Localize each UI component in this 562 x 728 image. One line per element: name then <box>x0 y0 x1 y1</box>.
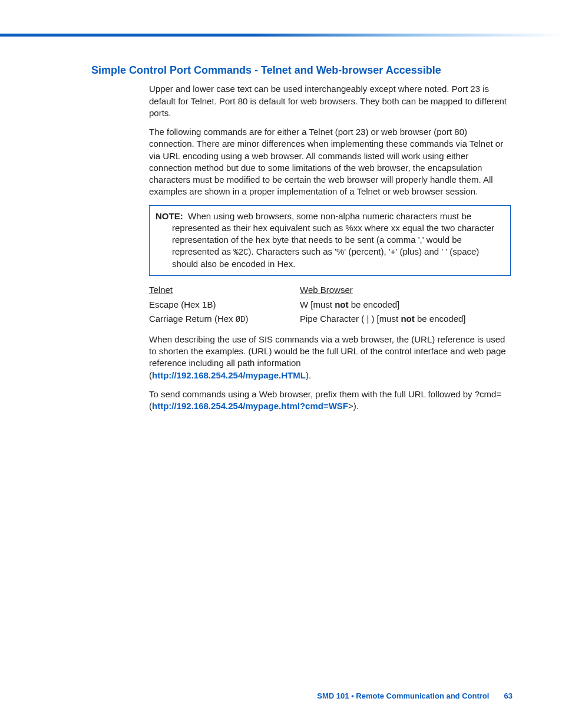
paragraph-4: To send commands using a Web browser, pr… <box>149 388 511 413</box>
footer-text: SMD 101 • Remote Communication and Contr… <box>317 691 489 700</box>
web-row-1a: W [must <box>300 299 335 309</box>
web-heading: Web Browser <box>300 284 510 296</box>
url1-link[interactable]: http://192.168.254.254/mypage.HTML <box>152 370 306 380</box>
page-footer: SMD 101 • Remote Communication and Contr… <box>0 691 513 701</box>
note-box: NOTE: When using web browsers, some non-… <box>149 205 511 276</box>
section-heading: Simple Control Port Commands - Telnet an… <box>91 64 511 77</box>
url2-link[interactable]: http://192.168.254.254/mypage.html?cmd=W… <box>152 401 348 411</box>
note-body: represented as their hex equivalent such… <box>156 222 504 271</box>
body-column: Upper and lower case text can be used in… <box>149 83 511 412</box>
two-column-block: Telnet Escape (Hex 1B) Carriage Return (… <box>149 284 510 328</box>
telnet-row-1: Escape (Hex 1B) <box>149 299 300 311</box>
note-code: %2C <box>233 248 248 257</box>
column-telnet: Telnet Escape (Hex 1B) Carriage Return (… <box>149 284 300 328</box>
url-line-1: (http://192.168.254.254/mypage.HTML). <box>149 370 511 381</box>
web-row-1: W [must not be encoded] <box>300 299 510 311</box>
web-row-2: Pipe Character ( | ) [must not be encode… <box>300 313 510 325</box>
telnet-row-2: Carriage Return (Hex ØD) <box>149 313 300 325</box>
paragraph-1: Upper and lower case text can be used in… <box>149 83 511 119</box>
column-web: Web Browser W [must not be encoded] Pipe… <box>300 284 510 328</box>
web-row-2-bold: not <box>401 314 414 324</box>
page-content: Simple Control Port Commands - Telnet an… <box>91 64 511 419</box>
paragraph-2: The following commands are for either a … <box>149 126 511 198</box>
web-row-2a: Pipe Character ( | ) [must <box>300 314 401 324</box>
note-first-line: When using web browsers, some non-alpha … <box>188 211 471 221</box>
web-row-2b: be encoded] <box>415 314 466 324</box>
telnet-row-2b: ) <box>246 314 249 324</box>
telnet-row-2-code: ØD <box>236 315 246 324</box>
web-row-1b: be encoded] <box>349 299 400 309</box>
web-row-1-bold: not <box>335 299 348 309</box>
paragraph-3: When describing the use of SIS commands … <box>149 334 511 370</box>
para4-b: >). <box>348 401 359 411</box>
footer-page-number: 63 <box>491 691 513 701</box>
telnet-row-2a: Carriage Return (Hex <box>149 314 236 324</box>
telnet-heading: Telnet <box>149 284 300 296</box>
header-rule <box>0 34 562 37</box>
url1-close: ). <box>306 370 311 380</box>
note-label: NOTE: <box>156 211 183 221</box>
